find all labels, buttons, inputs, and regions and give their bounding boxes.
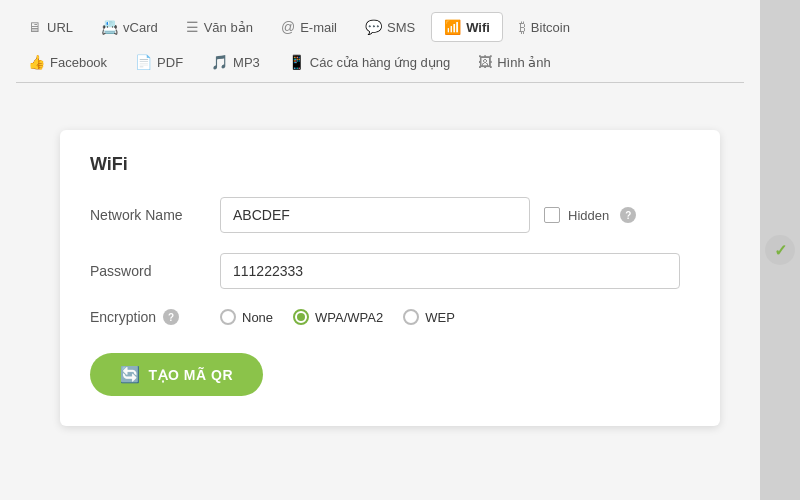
radio-none-circle[interactable] xyxy=(220,309,236,325)
form-title: WiFi xyxy=(90,154,690,175)
tab-mp3[interactable]: 🎵 MP3 xyxy=(199,48,272,76)
radio-wep-label: WEP xyxy=(425,310,455,325)
tab-vanban[interactable]: ☰ Văn bản xyxy=(174,13,265,41)
encryption-info-icon[interactable]: ? xyxy=(163,309,179,325)
app-icon: 📱 xyxy=(288,54,305,70)
tab-wifi[interactable]: 📶 Wifi xyxy=(431,12,503,42)
tab-url[interactable]: 🖥 URL xyxy=(16,13,85,41)
image-icon: 🖼 xyxy=(478,54,492,70)
password-input[interactable] xyxy=(220,253,680,289)
tab-image-label: Hình ảnh xyxy=(497,55,551,70)
hidden-info-icon[interactable]: ? xyxy=(620,207,636,223)
network-name-label: Network Name xyxy=(90,207,220,223)
tab-bitcoin-label: Bitcoin xyxy=(531,20,570,35)
tab-facebook-label: Facebook xyxy=(50,55,107,70)
wifi-icon: 📶 xyxy=(444,19,461,35)
network-name-input[interactable] xyxy=(220,197,530,233)
radio-wpa-circle[interactable] xyxy=(293,309,309,325)
right-panel: ✓ xyxy=(760,0,800,500)
tab-app[interactable]: 📱 Các cửa hàng ứng dụng xyxy=(276,48,462,76)
tab-pdf[interactable]: 📄 PDF xyxy=(123,48,195,76)
tabs-container: 🖥 URL 📇 vCard ☰ Văn bản @ E-mail 💬 SMS 📶 xyxy=(0,0,760,76)
tab-email-label: E-mail xyxy=(300,20,337,35)
radio-wep[interactable]: WEP xyxy=(403,309,455,325)
radio-none-label: None xyxy=(242,310,273,325)
hidden-group: Hidden ? xyxy=(544,207,636,223)
tab-mp3-label: MP3 xyxy=(233,55,260,70)
facebook-icon: 👍 xyxy=(28,54,45,70)
password-row: Password xyxy=(90,253,690,289)
refresh-icon: 🔄 xyxy=(120,365,141,384)
tab-facebook[interactable]: 👍 Facebook xyxy=(16,48,119,76)
sms-icon: 💬 xyxy=(365,19,382,35)
encryption-radio-group: None WPA/WPA2 WEP xyxy=(220,309,455,325)
tab-sms[interactable]: 💬 SMS xyxy=(353,13,427,41)
main-area: 🖥 URL 📇 vCard ☰ Văn bản @ E-mail 💬 SMS 📶 xyxy=(0,0,760,500)
radio-none[interactable]: None xyxy=(220,309,273,325)
encryption-row: Encryption ? None WPA/WPA2 WEP xyxy=(90,309,690,325)
hidden-label: Hidden xyxy=(568,208,609,223)
tab-url-label: URL xyxy=(47,20,73,35)
tab-divider xyxy=(16,82,744,83)
tabs-row-2: 👍 Facebook 📄 PDF 🎵 MP3 📱 Các cửa hàng ứn… xyxy=(16,48,744,76)
password-label: Password xyxy=(90,263,220,279)
encryption-label: Encryption ? xyxy=(90,309,220,325)
check-circle[interactable]: ✓ xyxy=(765,235,795,265)
tab-vcard-label: vCard xyxy=(123,20,158,35)
tab-bitcoin[interactable]: ₿ Bitcoin xyxy=(507,13,582,41)
tab-pdf-label: PDF xyxy=(157,55,183,70)
tab-image[interactable]: 🖼 Hình ảnh xyxy=(466,48,563,76)
url-icon: 🖥 xyxy=(28,19,42,35)
tab-sms-label: SMS xyxy=(387,20,415,35)
generate-button[interactable]: 🔄 TẠO MÃ QR xyxy=(90,353,263,396)
vanban-icon: ☰ xyxy=(186,19,199,35)
tab-email[interactable]: @ E-mail xyxy=(269,13,349,41)
email-icon: @ xyxy=(281,19,295,35)
tab-app-label: Các cửa hàng ứng dụng xyxy=(310,55,450,70)
radio-wpa[interactable]: WPA/WPA2 xyxy=(293,309,383,325)
pdf-icon: 📄 xyxy=(135,54,152,70)
bitcoin-icon: ₿ xyxy=(519,19,526,35)
tabs-row-1: 🖥 URL 📇 vCard ☰ Văn bản @ E-mail 💬 SMS 📶 xyxy=(16,12,744,42)
hidden-checkbox[interactable] xyxy=(544,207,560,223)
tab-wifi-label: Wifi xyxy=(466,20,490,35)
tab-vcard[interactable]: 📇 vCard xyxy=(89,13,170,41)
generate-button-label: TẠO MÃ QR xyxy=(149,367,234,383)
radio-wpa-label: WPA/WPA2 xyxy=(315,310,383,325)
vcard-icon: 📇 xyxy=(101,19,118,35)
tab-vanban-label: Văn bản xyxy=(204,20,253,35)
radio-wep-circle[interactable] xyxy=(403,309,419,325)
wifi-form-card: WiFi Network Name Hidden ? Password Encr… xyxy=(60,130,720,426)
mp3-icon: 🎵 xyxy=(211,54,228,70)
network-name-row: Network Name Hidden ? xyxy=(90,197,690,233)
